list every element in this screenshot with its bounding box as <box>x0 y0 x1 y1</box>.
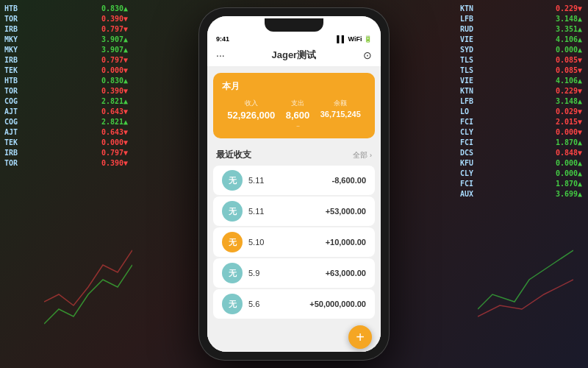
tx-info: 5.11 <box>248 207 326 216</box>
transaction-item[interactable]: 无 5.9 +63,000.00 <box>213 258 375 288</box>
tx-amount: +50,000,000.00 <box>309 300 366 308</box>
tx-date: 5.11 <box>248 207 326 216</box>
monthly-card: 本月 收入 52,926,000 支出 8,600 － 余额 <box>213 73 375 138</box>
app-header: ··· Jager测试 ⊙ <box>207 44 381 67</box>
tx-info: 5.10 <box>248 238 326 247</box>
transaction-item[interactable]: 无 5.6 +50,000,000.00 <box>213 289 375 319</box>
tx-avatar: 无 <box>222 232 243 252</box>
income-stat: 收入 52,926,000 <box>227 99 275 131</box>
tx-amount: +10,000.00 <box>326 238 366 247</box>
income-label: 收入 <box>245 99 258 108</box>
recent-header: 最近收支 全部 › <box>207 144 381 164</box>
phone-mockup: 9:41 ▌▌ WiFi 🔋 ··· Jager测试 ⊙ 本月 收入 52,92… <box>198 7 390 361</box>
app-title: Jager测试 <box>225 49 363 62</box>
expense-label: 支出 <box>291 99 304 108</box>
dots-icon[interactable]: ··· <box>216 49 225 61</box>
transaction-item[interactable]: 无 5.10 +10,000.00 <box>213 227 375 257</box>
tx-date: 5.6 <box>248 300 309 308</box>
tx-date: 5.9 <box>248 269 326 277</box>
transaction-item[interactable]: 无 5.11 -8,600.00 <box>213 166 375 195</box>
chevron-right-icon: › <box>370 152 372 159</box>
tx-date: 5.10 <box>248 238 326 247</box>
status-time: 9:41 <box>216 35 229 43</box>
monthly-title: 本月 <box>222 80 366 93</box>
tx-amount: +63,000.00 <box>326 269 366 277</box>
target-icon[interactable]: ⊙ <box>363 49 372 61</box>
tx-info: 5.9 <box>248 269 326 277</box>
tx-info: 5.11 <box>248 176 332 185</box>
tx-amount: -8,600.00 <box>332 176 366 185</box>
balance-value: 36,715,245 <box>320 110 361 118</box>
expense-stat: 支出 8,600 － <box>286 99 310 131</box>
status-icons: ▌▌ WiFi 🔋 <box>337 35 372 43</box>
expense-value: 8,600 <box>286 110 310 121</box>
income-value: 52,926,000 <box>227 110 275 121</box>
balance-stat: 余额 36,715,245 <box>320 99 361 131</box>
status-bar: 9:41 ▌▌ WiFi 🔋 <box>207 34 381 44</box>
app-content: 本月 收入 52,926,000 支出 8,600 － 余额 <box>207 67 381 352</box>
tx-avatar: 无 <box>222 294 243 314</box>
all-button[interactable]: 全部 › <box>353 150 372 160</box>
tx-amount: +53,000.00 <box>326 207 366 216</box>
tx-date: 5.11 <box>248 176 332 185</box>
phone-notch <box>207 16 381 34</box>
fab-wrapper: + <box>207 322 381 352</box>
transaction-list: 无 5.11 -8,600.00 无 5.11 +53,000.00 无 5.1… <box>207 164 381 322</box>
tx-avatar: 无 <box>222 170 243 191</box>
tx-info: 5.6 <box>248 300 309 308</box>
add-button[interactable]: + <box>348 325 372 349</box>
expense-sub: － <box>295 121 301 131</box>
tx-avatar: 无 <box>222 201 243 222</box>
recent-title: 最近收支 <box>216 149 251 161</box>
balance-label: 余额 <box>334 99 347 108</box>
tx-avatar: 无 <box>222 263 243 283</box>
monthly-stats: 收入 52,926,000 支出 8,600 － 余额 36,715,245 <box>222 99 366 131</box>
transaction-item[interactable]: 无 5.11 +53,000.00 <box>213 197 375 226</box>
